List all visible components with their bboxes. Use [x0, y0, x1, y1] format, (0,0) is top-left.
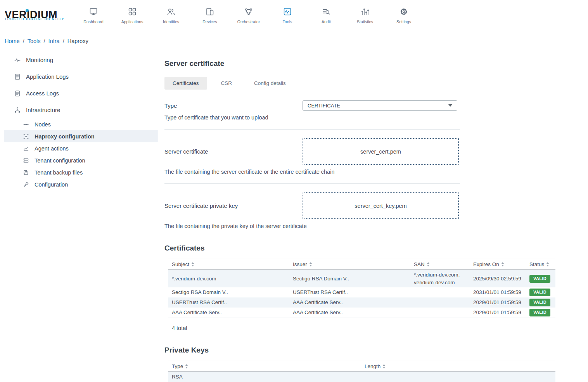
- sidebar-item-haproxy-configuration[interactable]: Haproxy configuration: [4, 130, 158, 142]
- type-label: Type: [164, 102, 303, 109]
- breadcrumb-haproxy: Haproxy: [67, 38, 88, 44]
- nav-item-statistics[interactable]: Statistics: [346, 7, 384, 24]
- issuer-cell: AAA Certificate Serv..: [289, 308, 410, 318]
- status-badge: VALID: [529, 299, 550, 306]
- column-header-length[interactable]: Length: [361, 361, 555, 372]
- sidebar-item-agent-actions[interactable]: Agent actions: [4, 142, 158, 154]
- sort-icon[interactable]: [546, 262, 549, 267]
- column-header-expires-on[interactable]: Expires On: [469, 259, 526, 270]
- certificate-row[interactable]: AAA Certificate Serv.. AAA Certificate S…: [168, 308, 555, 318]
- certificates-heading: Certificates: [164, 244, 588, 252]
- subject-cell: USERTrust RSA Certif..: [168, 297, 289, 308]
- logo-text: VERIDIUM: [5, 10, 57, 20]
- san-cell: [410, 287, 469, 297]
- certificate-row[interactable]: *.veridium-dev.com Sectigo RSA Domain V.…: [168, 270, 555, 287]
- nav-item-applications[interactable]: Applications: [113, 7, 152, 24]
- private-key-row[interactable]: RSA: [168, 372, 555, 382]
- certificates-table-body: *.veridium-dev.com Sectigo RSA Domain V.…: [168, 270, 555, 318]
- issuer-cell: AAA Certificate Serv..: [289, 297, 410, 308]
- tenant-configuration-icon: [22, 157, 29, 164]
- server-certificate-help-text: The file containing the server certifica…: [164, 169, 460, 175]
- status-cell: VALID: [526, 308, 555, 318]
- certificates-total: 4 total: [172, 325, 588, 331]
- nav-item-devices[interactable]: Devices: [190, 7, 229, 24]
- monitoring-icon: [14, 56, 21, 64]
- sidebar-item-configuration[interactable]: Configuration: [4, 178, 158, 190]
- column-header-subject[interactable]: Subject: [168, 259, 289, 270]
- column-header-issuer[interactable]: Issuer: [289, 259, 410, 270]
- certificate-row[interactable]: USERTrust RSA Certif.. AAA Certificate S…: [168, 297, 555, 308]
- status-cell: VALID: [526, 297, 555, 308]
- san-cell: [410, 308, 469, 318]
- tab-config-details[interactable]: Config details: [246, 77, 294, 90]
- expires-cell: 2025/09/30 02:59:59: [469, 270, 526, 287]
- subject-cell: Sectigo RSA Domain V..: [168, 287, 289, 297]
- sidebar-item-monitoring[interactable]: Monitoring: [4, 52, 158, 68]
- sort-icon[interactable]: [427, 262, 430, 267]
- status-cell: VALID: [526, 270, 555, 287]
- main-panel: Server certificate CertificatesCSRConfig…: [158, 49, 588, 382]
- column-header-type[interactable]: Type: [168, 361, 361, 372]
- breadcrumb: Home/Tools/Infra/Haproxy: [0, 30, 588, 49]
- breadcrumb-home[interactable]: Home: [5, 38, 20, 44]
- subject-cell: *.veridium-dev.com: [168, 270, 289, 287]
- chevron-down-icon: [448, 104, 452, 107]
- private-key-dropzone[interactable]: server_cert_key.pem: [303, 192, 459, 219]
- page-title: Server certificate: [164, 59, 588, 68]
- configuration-wrench-icon: [22, 181, 29, 188]
- column-header-status[interactable]: Status: [526, 259, 555, 270]
- access-logs-icon: [14, 90, 21, 97]
- san-cell: *.veridium-dev.com, veridium-dev.com: [410, 270, 469, 287]
- expires-cell: 2029/01/01 01:59:59: [469, 308, 526, 318]
- status-cell: VALID: [526, 287, 555, 297]
- tools-icon: [283, 7, 292, 17]
- issuer-cell: Sectigo RSA Domain V..: [289, 270, 410, 287]
- expires-cell: 2029/01/01 01:59:59: [469, 297, 526, 308]
- dashboard-icon: [89, 7, 98, 17]
- private-keys-table: Type Length RSA: [168, 361, 555, 382]
- sidebar-item-application-logs[interactable]: Application Logs: [4, 68, 158, 85]
- devices-icon: [205, 7, 214, 17]
- breadcrumb-separator: /: [63, 38, 64, 44]
- sort-icon[interactable]: [185, 364, 188, 369]
- sort-icon[interactable]: [501, 262, 504, 267]
- sort-icon[interactable]: [191, 262, 194, 267]
- certificate-type-dropdown[interactable]: CERTIFICATE: [303, 100, 457, 111]
- tab-certificates[interactable]: Certificates: [164, 77, 207, 90]
- private-key-label: Server certificate private key: [164, 202, 303, 209]
- sidebar-item-nodes[interactable]: Nodes: [4, 118, 158, 130]
- certificate-row[interactable]: Sectigo RSA Domain V.. USERTrust RSA Cer…: [168, 287, 555, 297]
- sidebar-item-infrastructure[interactable]: Infrastructure: [4, 102, 158, 118]
- nodes-icon: [22, 121, 29, 128]
- status-badge: VALID: [529, 289, 550, 296]
- key-length-cell: [361, 372, 555, 382]
- nav-item-tools[interactable]: Tools: [268, 7, 307, 24]
- audit-icon: [322, 7, 331, 17]
- subject-cell: AAA Certificate Serv..: [168, 308, 289, 318]
- private-key-filename: server_cert_key.pem: [355, 203, 406, 209]
- column-header-san[interactable]: SAN: [410, 259, 469, 270]
- sort-icon[interactable]: [382, 364, 386, 369]
- sort-icon[interactable]: [309, 262, 312, 267]
- certificates-table: Subject Issuer SAN Expires On Status *.v…: [168, 259, 555, 318]
- nav-item-orchestrator[interactable]: Orchestrator: [229, 7, 268, 24]
- type-help-text: Type of certificate that you want to upl…: [164, 114, 460, 121]
- tab-csr[interactable]: CSR: [213, 77, 240, 90]
- veridium-logo[interactable]: VERIDIUM TRUSTED DIGITAL IDENTITY: [5, 10, 69, 21]
- sidebar-item-tenant-configuration[interactable]: Tenant configuration: [4, 154, 158, 166]
- sidebar-item-tenant-backup-files[interactable]: Tenant backup files: [4, 166, 158, 178]
- nav-item-dashboard[interactable]: Dashboard: [74, 7, 113, 24]
- private-key-help-text: The file containing the private key of t…: [164, 223, 460, 229]
- nav-item-settings[interactable]: Settings: [384, 7, 423, 24]
- infrastructure-icon: [14, 106, 21, 114]
- sidebar-item-access-logs[interactable]: Access Logs: [4, 85, 158, 102]
- server-certificate-dropzone[interactable]: server_cert.pem: [303, 138, 459, 165]
- tenant-backup-save-icon: [22, 169, 29, 176]
- nav-item-audit[interactable]: Audit: [307, 7, 346, 24]
- breadcrumb-infra[interactable]: Infra: [48, 38, 60, 44]
- breadcrumb-tools[interactable]: Tools: [28, 38, 41, 44]
- identities-icon: [166, 7, 176, 17]
- nav-item-identities[interactable]: Identities: [152, 7, 190, 24]
- certificate-form: Type CERTIFICATE Type of certificate tha…: [164, 100, 460, 229]
- status-badge: VALID: [529, 309, 550, 316]
